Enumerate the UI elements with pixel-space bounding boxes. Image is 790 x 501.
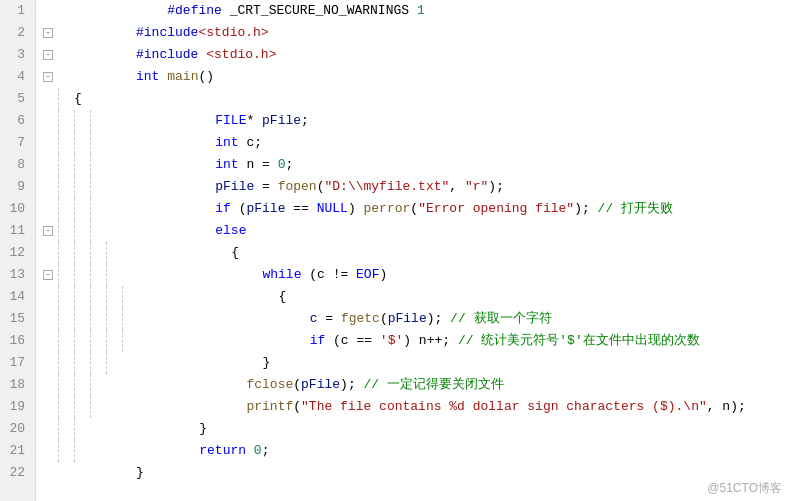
line-num-16: 16 bbox=[0, 330, 29, 352]
line-num-2: 2 bbox=[0, 22, 29, 44]
line-num-21: 21 bbox=[0, 440, 29, 462]
fold-btn-11[interactable]: - bbox=[43, 226, 53, 236]
line-num-3: 3 bbox=[0, 44, 29, 66]
fold-gutter-4: - bbox=[40, 72, 58, 82]
line-num-13: 13 bbox=[0, 264, 29, 286]
line-num-7: 7 bbox=[0, 132, 29, 154]
fold-btn-3[interactable]: - bbox=[43, 50, 53, 60]
fold-gutter-21 bbox=[40, 440, 58, 462]
line-num-20: 20 bbox=[0, 418, 29, 440]
code-area: 1 2 3 4 5 6 7 8 9 10 11 12 13 14 15 16 1… bbox=[0, 0, 790, 501]
fold-gutter-1 bbox=[40, 0, 58, 22]
fold-gutter-13: - bbox=[40, 270, 58, 280]
fold-gutter-22 bbox=[40, 462, 58, 484]
watermark: @51CTO博客 bbox=[707, 480, 782, 497]
fold-gutter-20 bbox=[40, 418, 58, 440]
line-num-19: 19 bbox=[0, 396, 29, 418]
line22-content: } bbox=[58, 440, 144, 501]
fold-gutter-19 bbox=[40, 396, 58, 418]
line-num-15: 15 bbox=[0, 308, 29, 330]
fold-btn-13[interactable]: - bbox=[43, 270, 53, 280]
fold-gutter-2: - bbox=[40, 28, 58, 38]
fold-gutter-8 bbox=[40, 154, 58, 176]
line-num-4: 4 bbox=[0, 66, 29, 88]
code-line-21: return 0; bbox=[36, 440, 790, 462]
fold-btn-4[interactable]: - bbox=[43, 72, 53, 82]
line5-indent bbox=[58, 88, 74, 110]
line-num-14: 14 bbox=[0, 286, 29, 308]
fold-gutter-3: - bbox=[40, 50, 58, 60]
code-line-4: - int main() bbox=[36, 66, 790, 88]
line-numbers: 1 2 3 4 5 6 7 8 9 10 11 12 13 14 15 16 1… bbox=[0, 0, 36, 501]
fold-gutter-12 bbox=[40, 242, 58, 264]
fold-gutter-6 bbox=[40, 110, 58, 132]
fold-gutter-16 bbox=[40, 330, 58, 352]
fold-gutter-7 bbox=[40, 132, 58, 154]
code-editor: 1 2 3 4 5 6 7 8 9 10 11 12 13 14 15 16 1… bbox=[0, 0, 790, 501]
fold-gutter-17 bbox=[40, 352, 58, 374]
line-num-17: 17 bbox=[0, 352, 29, 374]
fold-gutter-9 bbox=[40, 176, 58, 198]
fold-gutter-11: - bbox=[40, 226, 58, 236]
fold-gutter-10 bbox=[40, 198, 58, 220]
fold-gutter-15 bbox=[40, 308, 58, 330]
line-num-12: 12 bbox=[0, 242, 29, 264]
line-num-8: 8 bbox=[0, 154, 29, 176]
line-num-9: 9 bbox=[0, 176, 29, 198]
code-lines: #define _CRT_SECURE_NO_WARNINGS 1 - #inc… bbox=[36, 0, 790, 501]
fold-gutter-5 bbox=[40, 88, 58, 110]
line-num-11: 11 bbox=[0, 220, 29, 242]
line-num-10: 10 bbox=[0, 198, 29, 220]
line-num-5: 5 bbox=[0, 88, 29, 110]
line-num-18: 18 bbox=[0, 374, 29, 396]
fold-btn-2[interactable]: - bbox=[43, 28, 53, 38]
line-num-1: 1 bbox=[0, 0, 29, 22]
fold-gutter-14 bbox=[40, 286, 58, 308]
fold-gutter-18 bbox=[40, 374, 58, 396]
line-num-6: 6 bbox=[0, 110, 29, 132]
line-num-22: 22 bbox=[0, 462, 29, 484]
